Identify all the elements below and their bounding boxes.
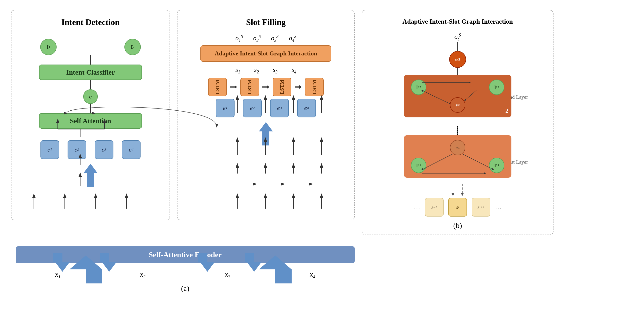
- adaptive-panel: Adaptive Intent-Slot Graph Interaction o…: [362, 10, 554, 235]
- slot-outputs-row: o1S o2S o3S o4S: [236, 34, 296, 43]
- lstm-arrow-3: [295, 84, 302, 90]
- encoder-box: Self-Attentive Encoder: [16, 246, 355, 263]
- lstm-row: LSTM LSTM LSTM LSTM: [208, 78, 324, 96]
- adaptive-output-label: otS: [454, 33, 461, 42]
- dots-left: …: [414, 204, 420, 211]
- i2-node: I2: [124, 39, 141, 55]
- slot-large-arrow: [255, 122, 276, 146]
- svg-marker-36: [259, 122, 273, 146]
- intent-e1: e1: [40, 140, 59, 159]
- st-plus1-box: st+1: [472, 198, 490, 216]
- out3: o3S: [271, 34, 278, 43]
- line-c-top: [90, 80, 91, 89]
- svg-marker-34: [262, 85, 270, 89]
- intent-panel-title: Intent Detection: [62, 17, 120, 27]
- i12-node: I12: [411, 80, 426, 95]
- s3: s3: [271, 64, 280, 76]
- page-wrapper: Intent Detection I1 I2 Intent Classifier…: [6, 5, 638, 321]
- intent-panel: Intent Detection I1 I2 Intent Classifier…: [11, 10, 170, 220]
- i11-node: I11: [411, 158, 426, 173]
- self-attention-box: Self Attention: [39, 113, 142, 128]
- intent-e2: e2: [68, 140, 86, 159]
- svg-marker-35: [295, 85, 302, 89]
- intent-nodes-row: I1 I2: [40, 39, 141, 55]
- i1-node: I1: [40, 39, 56, 55]
- slot-panel-title: Slot Filling: [246, 17, 286, 27]
- st2-node: st2: [450, 97, 465, 113]
- s4: s4: [290, 64, 298, 76]
- slot-e1: e1: [216, 99, 234, 118]
- slot-panel: Slot Filling o1S o2S o3S o4S Adaptive In…: [177, 10, 355, 220]
- x1-label: x1: [55, 270, 60, 280]
- second-layer-box: I12 I22 st2 2: [404, 75, 512, 118]
- x4-label: x4: [310, 270, 315, 280]
- dashed-line-between: [457, 126, 458, 135]
- x2-label: x2: [140, 270, 146, 280]
- b-label: (b): [453, 221, 462, 230]
- adaptive-box-text: Adaptive Intent-Slot Graph Interaction: [215, 50, 317, 57]
- out2: o2S: [253, 34, 261, 43]
- st-box: st: [448, 198, 467, 216]
- i22-node: I22: [489, 80, 504, 95]
- out4: o4S: [289, 34, 296, 43]
- first-layer-box: st1 I11 I21: [404, 135, 512, 178]
- lstm1: LSTM: [208, 78, 227, 96]
- slot-e4: e4: [297, 99, 316, 118]
- st3-node: st3: [449, 51, 466, 68]
- st2-wrapper: st2: [411, 97, 504, 113]
- intent-large-arrow: [80, 164, 101, 187]
- lstm3: LSTM: [273, 78, 291, 96]
- svg-marker-33: [230, 85, 237, 89]
- st1-wrapper: st1: [411, 140, 504, 155]
- x-labels-row: x1 x2 x3 x4: [55, 270, 315, 280]
- down-arrows: [446, 184, 469, 198]
- intent-e3: e3: [95, 140, 114, 159]
- second-layer-nodes: I12 I22: [411, 80, 504, 95]
- first-layer-nodes: I11 I21: [411, 158, 504, 173]
- a-label: (a): [181, 284, 190, 293]
- line-sa-top: [90, 104, 91, 113]
- adaptive-box: Adaptive Intent-Slot Graph Interaction: [200, 45, 331, 62]
- slot-e3: e3: [270, 99, 289, 118]
- lstm-arrow-2: [262, 84, 270, 90]
- out1: o1S: [236, 34, 243, 43]
- lstm2: LSTM: [240, 78, 259, 96]
- s1: s1: [234, 64, 242, 76]
- line-to-second: [458, 68, 458, 75]
- st1-node: st1: [450, 140, 465, 155]
- s2: s2: [252, 64, 261, 76]
- adaptive-top: otS st3 I12 I22 st2 2: [387, 33, 528, 216]
- adaptive-vline-top: [458, 42, 458, 51]
- intent-embed-row: e1 e2 e3 e4: [40, 140, 140, 159]
- intent-e4: e4: [122, 140, 140, 159]
- intent-classifier-box: Intent Classifier: [39, 64, 142, 80]
- dots-right: …: [495, 204, 502, 211]
- slot-s-row: s1 s2 s3 s4: [234, 64, 298, 76]
- lstm-arrow-1: [230, 84, 237, 90]
- slot-e2: e2: [243, 99, 262, 118]
- c-node: c: [83, 89, 98, 104]
- lstm4: LSTM: [305, 78, 324, 96]
- x3-label: x3: [225, 270, 230, 280]
- adaptive-bottom-arrows: [446, 184, 469, 198]
- line-ic-top: [90, 55, 91, 64]
- slot-embed-row: e1 e2 e3 e4: [216, 99, 316, 118]
- i21-node: I21: [489, 158, 504, 173]
- encoder-section: Self-Attentive Encoder x1 x2 x3 x4 (a): [16, 246, 355, 293]
- adaptive-panel-title: Adaptive Intent-Slot Graph Interaction: [402, 17, 513, 26]
- svg-marker-32: [84, 164, 98, 187]
- adaptive-bottom-slots: … st-1 st st+1 …: [414, 198, 502, 216]
- layer2-num: 2: [505, 107, 508, 114]
- st-minus1-box: st-1: [425, 198, 444, 216]
